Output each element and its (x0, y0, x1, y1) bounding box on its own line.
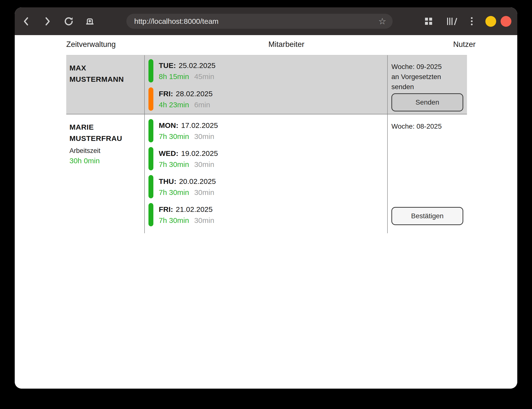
library-icon (446, 17, 456, 26)
time-entry: MON:17.02.2025 7h 30min30min (148, 119, 387, 142)
employee-name-line: MUSTERMANN (69, 74, 142, 85)
worktime-label: Arbeitszeit (69, 146, 142, 155)
page-content: Zeitverwaltung Mitarbeiter Nutzer MAX MU… (15, 35, 517, 389)
browser-toolbar: http://localhost:8000/team ☆ (15, 7, 517, 35)
close-button[interactable] (501, 16, 511, 27)
entry-break-time: 30min (194, 132, 214, 140)
status-bar-orange (148, 87, 153, 111)
entry-date: 17.02.2025 (181, 121, 218, 129)
forward-button[interactable] (42, 15, 53, 27)
time-entries-cell: TUE:25.02.2025 8h 15min45min FRI:28.02.2… (144, 55, 387, 114)
entry-break-time: 30min (194, 160, 214, 168)
nav-nutzer[interactable]: Nutzer (453, 40, 476, 49)
week-panel-text: senden (391, 82, 463, 92)
entry-worked-time: 4h 23min (159, 101, 189, 109)
tab-overview-button[interactable] (423, 15, 434, 27)
employee-name-cell: MARIE MUSTERFRAU Arbeitszeit 30h 0min (66, 114, 144, 233)
worktime-total: 30h 0min (69, 156, 142, 166)
week-panel-text: Woche: 09-2025 (391, 62, 463, 72)
entry-day: MON: (159, 121, 178, 129)
time-entries-cell: MON:17.02.2025 7h 30min30min WED:19.02.2… (144, 114, 387, 233)
reload-button[interactable] (63, 15, 75, 27)
entry-day: FRI: (159, 90, 173, 98)
status-bar-green (148, 147, 153, 170)
time-entry: THU:20.02.2025 7h 30min30min (148, 175, 387, 198)
desktop-background: http://localhost:8000/team ☆ Zeitve (0, 0, 532, 409)
entry-break-time: 6min (194, 101, 210, 109)
week-panel-text: an Vorgesetzten (391, 72, 463, 82)
entry-worked-time: 7h 30min (159, 216, 189, 224)
employee-row-max: MAX MUSTERMANN TUE:25.02.2025 8h 15min45… (66, 55, 467, 114)
browser-window: http://localhost:8000/team ☆ Zeitve (15, 7, 517, 389)
minimize-button[interactable] (485, 16, 496, 27)
kebab-menu-icon (471, 17, 473, 25)
entry-break-time: 30min (194, 216, 214, 224)
entry-worked-time: 8h 15min (159, 72, 189, 81)
reload-icon (63, 16, 74, 27)
bookmark-star-icon[interactable]: ☆ (378, 17, 386, 26)
entry-break-time: 30min (194, 188, 214, 196)
nav-mitarbeiter[interactable]: Mitarbeiter (268, 40, 304, 49)
entry-date: 19.02.2025 (181, 149, 218, 157)
entry-day: WED: (159, 149, 178, 157)
entry-day: FRI: (159, 205, 173, 213)
employee-row-marie: MARIE MUSTERFRAU Arbeitszeit 30h 0min MO… (66, 114, 467, 233)
entry-date: 25.02.2025 (179, 61, 215, 69)
employee-name-cell: MAX MUSTERMANN (66, 55, 144, 114)
url-text: http://localhost:8000/team (134, 17, 378, 26)
week-panel: Woche: 08-2025 Bestätigen (387, 114, 467, 233)
entry-break-time: 45min (194, 72, 214, 81)
week-panel-text: Woche: 08-2025 (391, 122, 463, 131)
entry-day: TUE: (159, 61, 176, 69)
entry-date: 21.02.2025 (176, 205, 213, 213)
new-tab-icon (85, 17, 95, 26)
tab-grid-icon (425, 18, 432, 25)
entry-worked-time: 7h 30min (159, 160, 189, 168)
time-entry: WED:19.02.2025 7h 30min30min (148, 147, 387, 170)
employee-table: MAX MUSTERMANN TUE:25.02.2025 8h 15min45… (66, 55, 467, 233)
library-button[interactable] (445, 15, 457, 27)
employee-name-line: MARIE (69, 122, 142, 133)
page-nav: Zeitverwaltung Mitarbeiter Nutzer (15, 40, 517, 51)
status-bar-green (148, 175, 153, 198)
time-entry: FRI:28.02.2025 4h 23min6min (148, 87, 387, 111)
entry-date: 28.02.2025 (176, 90, 213, 98)
employee-name-line: MUSTERFRAU (69, 133, 142, 144)
nav-zeitverwaltung[interactable]: Zeitverwaltung (66, 40, 116, 49)
week-panel: Woche: 09-2025 an Vorgesetzten senden Se… (387, 55, 467, 114)
status-bar-green (148, 203, 153, 226)
time-entry: TUE:25.02.2025 8h 15min45min (148, 59, 387, 82)
entry-day: THU: (159, 177, 176, 185)
new-tab-button[interactable] (84, 15, 96, 27)
forward-icon (44, 16, 51, 27)
entry-worked-time: 7h 30min (159, 188, 189, 196)
entry-date: 20.02.2025 (179, 177, 216, 185)
status-bar-green (148, 59, 153, 82)
entry-worked-time: 7h 30min (159, 132, 189, 140)
back-icon (22, 16, 30, 27)
senden-button[interactable]: Senden (391, 93, 463, 111)
employee-name-line: MAX (69, 62, 142, 74)
bestaetigen-button[interactable]: Bestätigen (391, 207, 463, 225)
back-button[interactable] (20, 15, 32, 27)
url-bar[interactable]: http://localhost:8000/team ☆ (126, 14, 393, 29)
time-entry: FRI:21.02.2025 7h 30min30min (148, 203, 387, 226)
menu-button[interactable] (466, 15, 478, 27)
status-bar-green (148, 119, 153, 142)
